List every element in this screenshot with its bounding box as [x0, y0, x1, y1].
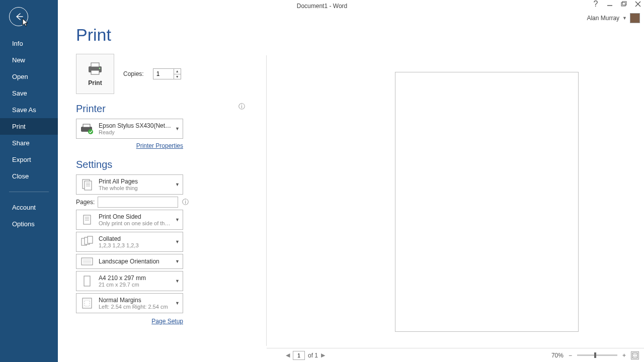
orientation-title: Landscape Orientation [99, 258, 173, 265]
print-what-title: Print All Pages [99, 178, 173, 185]
collate-sub: 1,2,3 1,2,3 1,2,3 [99, 242, 173, 248]
page-title: Print [76, 25, 644, 45]
chevron-down-icon: ▼ [175, 126, 180, 131]
sidebar-item-account[interactable]: Account [0, 199, 58, 216]
zoom-slider[interactable] [577, 354, 617, 356]
current-page-input[interactable] [293, 351, 305, 360]
svg-rect-13 [85, 181, 92, 190]
sidebar-item-save-as[interactable]: Save As [0, 102, 58, 118]
preview-status-bar: ◀ of 1 ▶ 70% − + [267, 348, 644, 362]
svg-point-11 [88, 129, 93, 134]
zoom-in-button[interactable]: + [622, 352, 626, 359]
zoom-value: 70% [551, 352, 564, 359]
landscape-icon [79, 254, 95, 269]
svg-rect-29 [83, 298, 92, 308]
sidebar-item-close[interactable]: Close [0, 168, 58, 185]
prev-page-button[interactable]: ◀ [286, 352, 290, 358]
svg-point-8 [99, 68, 101, 69]
printer-heading: Printer [76, 103, 106, 115]
svg-rect-7 [91, 70, 99, 74]
pages-label: Pages: [76, 199, 95, 206]
print-preview-page [395, 72, 579, 332]
page-total: of 1 [308, 352, 318, 359]
page-setup-link[interactable]: Page Setup [151, 318, 183, 325]
chevron-down-icon: ▼ [175, 279, 180, 284]
collated-icon [79, 234, 95, 249]
print-button[interactable]: Print [76, 54, 114, 94]
sides-title: Print One Sided [99, 213, 173, 220]
backstage-sidebar: Info New Open Save Save As Print Share E… [0, 0, 58, 362]
sides-select[interactable]: Print One Sided Only print on one side o… [76, 210, 183, 230]
sidebar-item-open[interactable]: Open [0, 68, 58, 85]
print-backstage: Print Print Copies: ▲ ▼ Printer ⓘ [58, 0, 644, 362]
paper-sub: 21 cm x 29.7 cm [99, 282, 173, 288]
copies-input[interactable] [153, 69, 174, 79]
printer-status-icon [79, 121, 95, 136]
printer-info-icon[interactable]: ⓘ [238, 102, 245, 111]
margins-select[interactable]: Normal Margins Left: 2.54 cm Right: 2.54… [76, 293, 183, 313]
back-button[interactable] [9, 7, 28, 26]
print-what-sub: The whole thing [99, 185, 173, 191]
svg-rect-23 [88, 236, 93, 243]
printer-status: Ready [99, 129, 173, 135]
svg-rect-28 [84, 276, 90, 286]
margins-sub: Left: 2.54 cm Right: 2.54 cm [99, 304, 173, 310]
print-button-label: Print [88, 79, 102, 86]
orientation-select[interactable]: Landscape Orientation ▼ [76, 254, 183, 269]
collate-title: Collated [99, 235, 173, 242]
copies-stepper[interactable]: ▲ ▼ [153, 68, 181, 79]
vertical-divider [266, 55, 267, 346]
sidebar-item-options[interactable]: Options [0, 216, 58, 232]
paper-icon [79, 274, 95, 289]
next-page-button[interactable]: ▶ [321, 352, 325, 358]
chevron-down-icon: ▼ [175, 217, 180, 222]
svg-rect-17 [84, 215, 91, 224]
chevron-down-icon: ▼ [175, 182, 180, 187]
paper-title: A4 210 x 297 mm [99, 275, 173, 282]
svg-rect-31 [632, 353, 637, 358]
one-sided-icon [79, 212, 95, 227]
sidebar-item-print[interactable]: Print [0, 118, 58, 135]
paper-size-select[interactable]: A4 210 x 297 mm 21 cm x 29.7 cm ▼ [76, 271, 183, 291]
printer-name: Epson Stylus SX430(Network) [99, 122, 173, 129]
printer-properties-link[interactable]: Printer Properties [136, 142, 183, 149]
sidebar-item-save[interactable]: Save [0, 85, 58, 102]
copies-down-icon[interactable]: ▼ [174, 74, 181, 79]
pages-input[interactable] [98, 197, 178, 208]
pages-icon [79, 177, 95, 192]
sidebar-item-share[interactable]: Share [0, 135, 58, 151]
printer-select[interactable]: Epson Stylus SX430(Network) Ready ▼ [76, 119, 183, 139]
printer-icon [87, 61, 104, 75]
sidebar-item-export[interactable]: Export [0, 151, 58, 168]
svg-rect-10 [83, 124, 90, 127]
copies-up-icon[interactable]: ▲ [174, 69, 181, 74]
chevron-down-icon: ▼ [175, 301, 180, 306]
sidebar-item-info[interactable]: Info [0, 35, 58, 52]
back-arrow-icon [14, 12, 24, 22]
copies-label: Copies: [123, 70, 144, 77]
margins-title: Normal Margins [99, 297, 173, 304]
fit-to-window-button[interactable] [631, 351, 639, 359]
sidebar-separator [9, 192, 49, 192]
collate-select[interactable]: Collated 1,2,3 1,2,3 1,2,3 ▼ [76, 232, 183, 252]
sidebar-item-new[interactable]: New [0, 52, 58, 68]
zoom-out-button[interactable]: − [569, 352, 572, 359]
chevron-down-icon: ▼ [175, 259, 180, 264]
svg-rect-6 [91, 63, 99, 67]
margins-icon [79, 296, 95, 311]
chevron-down-icon: ▼ [175, 239, 180, 244]
pages-info-icon[interactable]: ⓘ [182, 198, 189, 207]
zoom-thumb[interactable] [594, 352, 596, 358]
print-what-select[interactable]: Print All Pages The whole thing ▼ [76, 174, 183, 195]
sides-sub: Only print on one side of th… [99, 220, 173, 226]
